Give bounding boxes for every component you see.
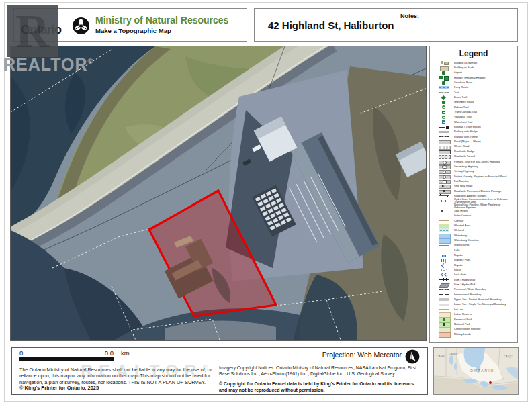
rapids-falls-icon (439, 258, 449, 263)
legend-item: Indian Reserve (430, 312, 517, 317)
ministry-title: Ministry of Natural Resources (95, 15, 228, 26)
railway-icon (439, 125, 449, 130)
legend-item: Index Contour (430, 214, 517, 218)
scale-bar-max-label: 0.0 (91, 349, 114, 357)
legend-item: Voyageur Trail (430, 115, 517, 120)
legend-item-label: Dam / Hydro Wall (454, 283, 512, 286)
legend-item: Bruce Trail (430, 95, 517, 99)
imagery-copyright-text: Imagery Copyright Notices: Ontario Minis… (219, 365, 420, 377)
legend-item-label: Indian Reserve (454, 313, 512, 316)
legend-item-label: Road with Bridge (454, 150, 512, 153)
legend-item-label: Railway / Train Station (454, 126, 512, 128)
one-way-icon (439, 184, 449, 189)
legend-item: Waterbody (430, 233, 517, 238)
legend-item-label: Seaplane Base (454, 81, 512, 84)
legend-item: Building to Scale (430, 65, 517, 70)
legend-item: Trans Canada Trail (430, 109, 517, 114)
realtor-watermark-text: REALTOR® (3, 55, 94, 75)
legend-item-label: Watercourse (454, 244, 512, 246)
minimap-label-qc: CA QC (504, 355, 513, 358)
airport-marker-icon (439, 71, 449, 75)
legend-item: Trail (430, 90, 517, 95)
exit-number-icon (439, 179, 449, 183)
legend-item: One Way Road (430, 184, 517, 189)
heliport-marker-icon (439, 75, 449, 80)
rocks-icon (439, 268, 449, 273)
scale-bar-min-label: 0 (19, 349, 23, 357)
legend-item: Spot Height (430, 208, 517, 213)
municipal-road-icon (439, 174, 449, 179)
legend-item-label: Secondary Highway (454, 165, 512, 168)
falls-icon (439, 248, 449, 253)
bruce-trail-icon (439, 95, 449, 100)
legend-item-label: Wooded Area (454, 224, 512, 227)
legend-item: Winter Road (430, 144, 517, 149)
legend-item-label: Greenbelt Route (454, 101, 512, 103)
legend-item-label: Provincial Park (454, 318, 512, 321)
legend-item-label: Voyageur Trail (454, 116, 512, 118)
dam-ticks-icon (439, 277, 449, 282)
scale-bar-unit: km (121, 349, 130, 357)
legend-item: Rocks (430, 267, 517, 272)
legend-item-label: Falls (454, 249, 512, 252)
legend-item-label: Bruce Trail (454, 96, 512, 99)
building-scale-icon (439, 66, 449, 71)
legend-item-label: Military Lands (454, 333, 512, 336)
legend-item-label: Airport (454, 71, 512, 74)
legend-item-label: District, County, Regional or Municipal … (454, 175, 512, 178)
pipeline-icon (439, 203, 449, 208)
legend-item: Rapids (430, 253, 517, 257)
legend-item-label: Rocks (454, 269, 512, 271)
nat-park-icon (439, 322, 449, 326)
legend-item-label: Trans Canada Trail (454, 111, 512, 113)
legend-item: International Boundary (430, 292, 517, 297)
lower-tier-icon (439, 302, 449, 307)
waterbody-elev-icon (439, 238, 449, 243)
minimap-location-dot (489, 381, 492, 384)
legend-item-label: Waterbody (454, 234, 512, 237)
legend-item-label: Trail (454, 91, 512, 94)
legend-item-label: One Way Road (454, 185, 512, 187)
prov-park-icon (439, 317, 449, 322)
highway-primary-icon (439, 159, 449, 164)
legend-item: District, County, Regional or Municipal … (430, 174, 517, 179)
legend-item-label: Rapids (454, 264, 512, 267)
legend-item: Dam / Hydro Wall (430, 282, 517, 287)
building-symbol-icon (439, 60, 449, 65)
title-box: 42 Highland St, Haliburton Notes: (254, 8, 518, 42)
spot-height-icon (439, 208, 449, 213)
legend-item-label: Building as Symbol (454, 62, 512, 64)
wetland-icon (439, 228, 449, 233)
trans-canada-trail-icon (439, 110, 449, 115)
locator-minimap: CA SK CA MB CA QC ONTARIO (433, 347, 519, 395)
road-bridge-icon (439, 149, 449, 154)
legend-item: Lot Line (430, 307, 517, 312)
legend-item: Waterbody Elevation (430, 238, 517, 242)
legend-item: Lower Tier / Single Tier Municipal Bound… (430, 302, 517, 307)
realtor-watermark-letter: R (15, 8, 50, 55)
railway-tunnel-icon (439, 134, 449, 139)
legend-item: Road with Tunnel (430, 154, 517, 159)
legend-item: Secondary Highway (430, 164, 517, 169)
legend-item: Provincial Park (430, 317, 517, 322)
legend-item: Road with Permanent Blocked Passage (430, 189, 517, 193)
ferry-route-icon (439, 85, 449, 90)
voyageur-trail-icon (439, 115, 449, 120)
legend-item-label: Upper Tier / District Municipal Boundary (454, 298, 512, 301)
road-tunnel-icon (439, 154, 449, 159)
legend-item: Wetland (430, 228, 517, 233)
legend-item: Rideau Trail (430, 105, 517, 109)
legend-item: Waterfront Trail (430, 120, 517, 124)
legend-item: Primary, King's or 400-Series Highway (430, 159, 517, 164)
minimap-label-mb: CA MB (449, 352, 457, 355)
waterfront-trail-icon (439, 120, 449, 124)
registered-symbol: ® (88, 57, 94, 65)
legend-item-label: Rapids (454, 254, 512, 257)
aerial-map-canvas (10, 46, 427, 341)
legend-item-label: Primary, King's or 400-Series Highway (454, 161, 512, 163)
legend-item: Railway with Tunnel (430, 134, 517, 139)
legend-item: Tertiary Highway (430, 169, 517, 174)
legend-item-label: Waterfront Trail (454, 121, 512, 124)
legend-item: Road (Major → Minor) (430, 140, 517, 144)
legend-item: Heliport / Hospital Heliport (430, 75, 517, 80)
